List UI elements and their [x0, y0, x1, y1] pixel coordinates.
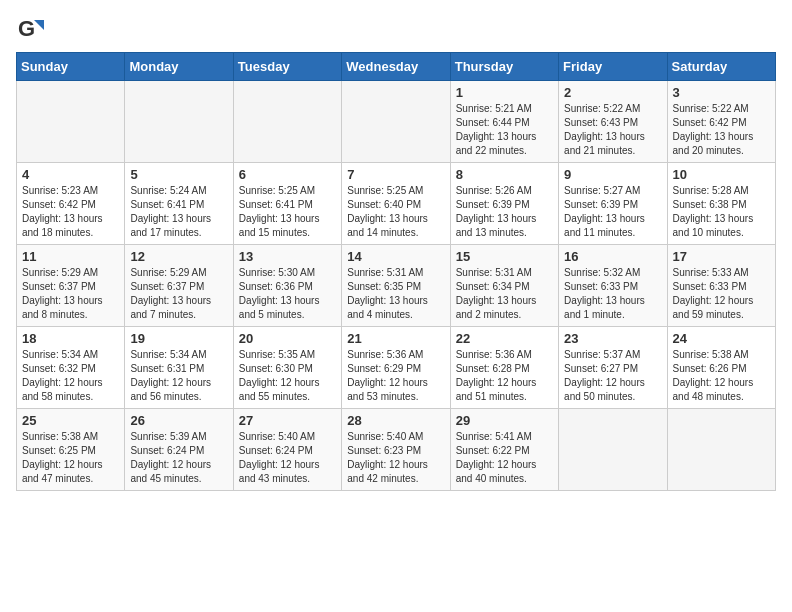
- calendar-week-2: 4Sunrise: 5:23 AM Sunset: 6:42 PM Daylig…: [17, 163, 776, 245]
- day-info: Sunrise: 5:27 AM Sunset: 6:39 PM Dayligh…: [564, 184, 661, 240]
- day-info: Sunrise: 5:29 AM Sunset: 6:37 PM Dayligh…: [22, 266, 119, 322]
- weekday-header-friday: Friday: [559, 53, 667, 81]
- calendar-cell: 8Sunrise: 5:26 AM Sunset: 6:39 PM Daylig…: [450, 163, 558, 245]
- day-number: 9: [564, 167, 661, 182]
- calendar-week-5: 25Sunrise: 5:38 AM Sunset: 6:25 PM Dayli…: [17, 409, 776, 491]
- calendar-week-1: 1Sunrise: 5:21 AM Sunset: 6:44 PM Daylig…: [17, 81, 776, 163]
- calendar-cell: 25Sunrise: 5:38 AM Sunset: 6:25 PM Dayli…: [17, 409, 125, 491]
- calendar-cell: [125, 81, 233, 163]
- calendar-cell: [667, 409, 775, 491]
- calendar-cell: 15Sunrise: 5:31 AM Sunset: 6:34 PM Dayli…: [450, 245, 558, 327]
- day-number: 7: [347, 167, 444, 182]
- day-number: 21: [347, 331, 444, 346]
- day-info: Sunrise: 5:30 AM Sunset: 6:36 PM Dayligh…: [239, 266, 336, 322]
- calendar-cell: 13Sunrise: 5:30 AM Sunset: 6:36 PM Dayli…: [233, 245, 341, 327]
- day-info: Sunrise: 5:36 AM Sunset: 6:28 PM Dayligh…: [456, 348, 553, 404]
- day-number: 28: [347, 413, 444, 428]
- day-number: 17: [673, 249, 770, 264]
- weekday-header-monday: Monday: [125, 53, 233, 81]
- day-number: 27: [239, 413, 336, 428]
- calendar-week-4: 18Sunrise: 5:34 AM Sunset: 6:32 PM Dayli…: [17, 327, 776, 409]
- day-info: Sunrise: 5:34 AM Sunset: 6:32 PM Dayligh…: [22, 348, 119, 404]
- day-info: Sunrise: 5:21 AM Sunset: 6:44 PM Dayligh…: [456, 102, 553, 158]
- day-number: 24: [673, 331, 770, 346]
- day-number: 11: [22, 249, 119, 264]
- day-number: 29: [456, 413, 553, 428]
- calendar-cell: 28Sunrise: 5:40 AM Sunset: 6:23 PM Dayli…: [342, 409, 450, 491]
- day-info: Sunrise: 5:28 AM Sunset: 6:38 PM Dayligh…: [673, 184, 770, 240]
- calendar-cell: [17, 81, 125, 163]
- day-number: 20: [239, 331, 336, 346]
- calendar-cell: 24Sunrise: 5:38 AM Sunset: 6:26 PM Dayli…: [667, 327, 775, 409]
- calendar-cell: 14Sunrise: 5:31 AM Sunset: 6:35 PM Dayli…: [342, 245, 450, 327]
- day-number: 6: [239, 167, 336, 182]
- calendar-cell: 27Sunrise: 5:40 AM Sunset: 6:24 PM Dayli…: [233, 409, 341, 491]
- day-info: Sunrise: 5:33 AM Sunset: 6:33 PM Dayligh…: [673, 266, 770, 322]
- day-number: 8: [456, 167, 553, 182]
- weekday-header-saturday: Saturday: [667, 53, 775, 81]
- day-number: 23: [564, 331, 661, 346]
- calendar-cell: 10Sunrise: 5:28 AM Sunset: 6:38 PM Dayli…: [667, 163, 775, 245]
- day-info: Sunrise: 5:24 AM Sunset: 6:41 PM Dayligh…: [130, 184, 227, 240]
- day-info: Sunrise: 5:36 AM Sunset: 6:29 PM Dayligh…: [347, 348, 444, 404]
- day-number: 25: [22, 413, 119, 428]
- weekday-header-row: SundayMondayTuesdayWednesdayThursdayFrid…: [17, 53, 776, 81]
- calendar-cell: 29Sunrise: 5:41 AM Sunset: 6:22 PM Dayli…: [450, 409, 558, 491]
- calendar-cell: 20Sunrise: 5:35 AM Sunset: 6:30 PM Dayli…: [233, 327, 341, 409]
- day-info: Sunrise: 5:23 AM Sunset: 6:42 PM Dayligh…: [22, 184, 119, 240]
- calendar-cell: 19Sunrise: 5:34 AM Sunset: 6:31 PM Dayli…: [125, 327, 233, 409]
- day-info: Sunrise: 5:41 AM Sunset: 6:22 PM Dayligh…: [456, 430, 553, 486]
- day-info: Sunrise: 5:38 AM Sunset: 6:25 PM Dayligh…: [22, 430, 119, 486]
- day-info: Sunrise: 5:34 AM Sunset: 6:31 PM Dayligh…: [130, 348, 227, 404]
- day-number: 4: [22, 167, 119, 182]
- calendar-cell: 17Sunrise: 5:33 AM Sunset: 6:33 PM Dayli…: [667, 245, 775, 327]
- day-info: Sunrise: 5:25 AM Sunset: 6:41 PM Dayligh…: [239, 184, 336, 240]
- day-number: 13: [239, 249, 336, 264]
- day-info: Sunrise: 5:25 AM Sunset: 6:40 PM Dayligh…: [347, 184, 444, 240]
- day-info: Sunrise: 5:40 AM Sunset: 6:23 PM Dayligh…: [347, 430, 444, 486]
- day-info: Sunrise: 5:22 AM Sunset: 6:43 PM Dayligh…: [564, 102, 661, 158]
- day-number: 16: [564, 249, 661, 264]
- weekday-header-wednesday: Wednesday: [342, 53, 450, 81]
- calendar-cell: 5Sunrise: 5:24 AM Sunset: 6:41 PM Daylig…: [125, 163, 233, 245]
- calendar-cell: 11Sunrise: 5:29 AM Sunset: 6:37 PM Dayli…: [17, 245, 125, 327]
- day-info: Sunrise: 5:31 AM Sunset: 6:34 PM Dayligh…: [456, 266, 553, 322]
- calendar-cell: 18Sunrise: 5:34 AM Sunset: 6:32 PM Dayli…: [17, 327, 125, 409]
- calendar-cell: [342, 81, 450, 163]
- calendar-cell: 2Sunrise: 5:22 AM Sunset: 6:43 PM Daylig…: [559, 81, 667, 163]
- day-number: 22: [456, 331, 553, 346]
- calendar-cell: 21Sunrise: 5:36 AM Sunset: 6:29 PM Dayli…: [342, 327, 450, 409]
- calendar-cell: 1Sunrise: 5:21 AM Sunset: 6:44 PM Daylig…: [450, 81, 558, 163]
- calendar-cell: [559, 409, 667, 491]
- day-number: 2: [564, 85, 661, 100]
- weekday-header-thursday: Thursday: [450, 53, 558, 81]
- logo-icon: G: [16, 16, 44, 44]
- calendar-cell: 16Sunrise: 5:32 AM Sunset: 6:33 PM Dayli…: [559, 245, 667, 327]
- calendar-cell: 22Sunrise: 5:36 AM Sunset: 6:28 PM Dayli…: [450, 327, 558, 409]
- calendar-cell: 12Sunrise: 5:29 AM Sunset: 6:37 PM Dayli…: [125, 245, 233, 327]
- day-number: 12: [130, 249, 227, 264]
- calendar-cell: 3Sunrise: 5:22 AM Sunset: 6:42 PM Daylig…: [667, 81, 775, 163]
- calendar-cell: 4Sunrise: 5:23 AM Sunset: 6:42 PM Daylig…: [17, 163, 125, 245]
- calendar-cell: 6Sunrise: 5:25 AM Sunset: 6:41 PM Daylig…: [233, 163, 341, 245]
- day-number: 15: [456, 249, 553, 264]
- page-header: G: [16, 16, 776, 44]
- day-number: 3: [673, 85, 770, 100]
- calendar-cell: 7Sunrise: 5:25 AM Sunset: 6:40 PM Daylig…: [342, 163, 450, 245]
- day-info: Sunrise: 5:32 AM Sunset: 6:33 PM Dayligh…: [564, 266, 661, 322]
- weekday-header-sunday: Sunday: [17, 53, 125, 81]
- day-number: 18: [22, 331, 119, 346]
- calendar-cell: 9Sunrise: 5:27 AM Sunset: 6:39 PM Daylig…: [559, 163, 667, 245]
- day-info: Sunrise: 5:35 AM Sunset: 6:30 PM Dayligh…: [239, 348, 336, 404]
- day-info: Sunrise: 5:40 AM Sunset: 6:24 PM Dayligh…: [239, 430, 336, 486]
- day-info: Sunrise: 5:22 AM Sunset: 6:42 PM Dayligh…: [673, 102, 770, 158]
- day-info: Sunrise: 5:37 AM Sunset: 6:27 PM Dayligh…: [564, 348, 661, 404]
- day-info: Sunrise: 5:26 AM Sunset: 6:39 PM Dayligh…: [456, 184, 553, 240]
- calendar-week-3: 11Sunrise: 5:29 AM Sunset: 6:37 PM Dayli…: [17, 245, 776, 327]
- day-number: 10: [673, 167, 770, 182]
- calendar-cell: [233, 81, 341, 163]
- day-number: 1: [456, 85, 553, 100]
- day-number: 26: [130, 413, 227, 428]
- calendar-cell: 23Sunrise: 5:37 AM Sunset: 6:27 PM Dayli…: [559, 327, 667, 409]
- day-info: Sunrise: 5:29 AM Sunset: 6:37 PM Dayligh…: [130, 266, 227, 322]
